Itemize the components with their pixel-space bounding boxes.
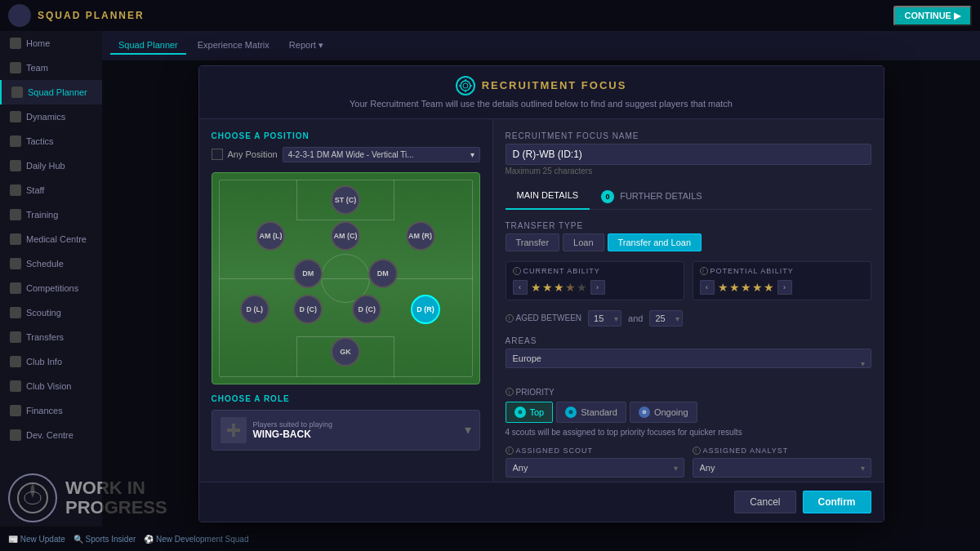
role-subtitle: Players suited to playing — [253, 420, 458, 429]
formation-value: 4-2-3-1 DM AM Wide - Vertical Ti... — [288, 150, 414, 159]
wip-circle — [8, 473, 57, 522]
assigned-scout-label: i ASSIGNED SCOUT — [506, 447, 684, 455]
modal-title-row: RECRUITMENT FOCUS — [456, 76, 627, 96]
analyst-select[interactable]: Any — [693, 458, 871, 478]
priority-btn-standard[interactable]: ⊕ Standard — [556, 402, 626, 423]
name-form-group: RECRUITMENT FOCUS NAME Maximum 25 charac… — [506, 131, 871, 176]
star-2: ★ — [729, 281, 740, 294]
age-min-select[interactable]: 15 16 17 18 — [588, 310, 621, 327]
team-icon — [10, 62, 21, 73]
age-max-select[interactable]: 25 26 27 28 30 — [649, 310, 683, 327]
player-d-cl[interactable]: D (C) — [293, 295, 323, 324]
age-row: i AGED BETWEEN 15 16 17 18 and — [506, 310, 871, 327]
bottom-item-1[interactable]: 📰 New Update — [8, 535, 65, 544]
current-ability-prev[interactable]: ‹ — [513, 280, 528, 295]
player-am-r[interactable]: AM (R) — [406, 221, 435, 251]
scout-select[interactable]: Any — [506, 458, 684, 478]
sidebar-item-home[interactable]: Home — [0, 31, 102, 56]
sidebar-item-tactics[interactable]: Tactics — [0, 129, 102, 153]
areas-select[interactable]: Europe Worldwide South America — [506, 349, 871, 368]
confirm-button[interactable]: Confirm — [803, 491, 871, 513]
sidebar-item-daily-hub[interactable]: Daily Hub — [0, 153, 102, 178]
sidebar-item-medical[interactable]: Medical Centre — [0, 227, 102, 251]
sidebar-item-transfers[interactable]: Transfers — [0, 325, 102, 349]
tab-further-details[interactable]: 0 FURTHER DETAILS — [590, 185, 714, 210]
sidebar-item-dynamics[interactable]: Dynamics — [0, 104, 102, 129]
ongoing-priority-dot: ⊕ — [639, 407, 650, 418]
sidebar-item-club-vision[interactable]: Club Vision — [0, 374, 102, 398]
formation-panel: CHOOSE A POSITION Any Position 4-2-3-1 D… — [199, 119, 493, 482]
football-pitch: ST (C) AM (L) AM (C) AM (R) DM DM D (L) … — [212, 172, 480, 384]
sidebar-label: Medical Centre — [26, 234, 87, 244]
top-bar-right: CONTINUE ▶ — [893, 6, 973, 26]
player-dm-l[interactable]: DM — [293, 259, 323, 288]
player-d-l[interactable]: D (L) — [240, 295, 270, 324]
hub-icon — [10, 160, 21, 171]
info-icon: i — [506, 447, 514, 455]
star-2: ★ — [542, 281, 553, 294]
bottom-bar: 📰 New Update 🔍 Sports Insider ⚽ New Deve… — [0, 527, 980, 551]
any-position-checkbox[interactable] — [212, 149, 223, 160]
formation-dropdown[interactable]: 4-2-3-1 DM AM Wide - Vertical Ti... ▾ — [283, 147, 480, 162]
continue-button[interactable]: CONTINUE ▶ — [893, 6, 973, 26]
sidebar-item-team[interactable]: Team — [0, 56, 102, 80]
name-label: RECRUITMENT FOCUS NAME — [506, 131, 871, 140]
sidebar-item-competitions[interactable]: Competitions — [0, 276, 102, 300]
transfer-btn-loan[interactable]: Loan — [563, 233, 604, 251]
sidebar-label: Finances — [26, 406, 63, 415]
modal-body: CHOOSE A POSITION Any Position 4-2-3-1 D… — [199, 119, 884, 482]
star-4: ★ — [565, 281, 576, 294]
role-selector[interactable]: Players suited to playing WING-BACK ▾ — [212, 410, 480, 451]
schedule-icon — [10, 258, 21, 269]
scouting-icon — [10, 307, 21, 318]
player-gk[interactable]: GK — [331, 337, 360, 367]
tactics-icon — [10, 136, 21, 147]
transfer-btn-transfer[interactable]: Transfer — [506, 233, 560, 251]
sidebar-item-schedule[interactable]: Schedule — [0, 251, 102, 276]
cancel-button[interactable]: Cancel — [734, 491, 795, 513]
transfer-type-group: TRANSFER TYPE Transfer Loan Transfer and… — [506, 221, 871, 251]
bottom-item-2[interactable]: 🔍 Sports Insider — [74, 535, 136, 544]
choose-role-label: CHOOSE A ROLE — [212, 394, 480, 403]
priority-btn-ongoing[interactable]: ⊕ Ongoing — [630, 402, 697, 423]
sidebar-item-squad-planner[interactable]: Squad Planner — [0, 80, 102, 104]
focus-name-input[interactable] — [506, 144, 871, 165]
star-3: ★ — [554, 281, 564, 294]
sidebar-label: Team — [26, 63, 48, 73]
aged-between-label: i AGED BETWEEN — [506, 313, 582, 322]
char-limit: Maximum 25 characters — [506, 167, 871, 176]
subnav-squad-planner[interactable]: Squad Planner — [110, 37, 186, 55]
assigned-analyst-label: i ASSIGNED ANALYST — [693, 447, 871, 455]
subnav-report[interactable]: Report ▾ — [281, 37, 332, 56]
svg-point-1 — [463, 83, 468, 88]
player-st[interactable]: ST (C) — [331, 185, 360, 215]
star-1: ★ — [531, 281, 541, 294]
sidebar-item-scouting[interactable]: Scouting — [0, 300, 102, 325]
devcentre-icon — [10, 429, 21, 441]
modal-title: RECRUITMENT FOCUS — [482, 79, 627, 91]
sidebar-item-training[interactable]: Training — [0, 202, 102, 227]
priority-btn-top[interactable]: ⊕ Top — [506, 402, 554, 423]
sidebar-item-finances[interactable]: Finances — [0, 398, 102, 423]
sidebar-label: Home — [26, 38, 50, 48]
potential-ability-prev[interactable]: ‹ — [700, 280, 715, 295]
player-am-l[interactable]: AM (L) — [256, 221, 285, 251]
subnav-experience-matrix[interactable]: Experience Matrix — [189, 37, 278, 55]
role-icon — [220, 417, 247, 443]
assigned-analyst-group: i ASSIGNED ANALYST Any — [693, 447, 871, 478]
tab-main-details[interactable]: MAIN DETAILS — [506, 185, 590, 210]
priority-label: i PRIORITY — [506, 388, 871, 397]
potential-ability-next[interactable]: › — [777, 280, 792, 295]
player-am-c[interactable]: AM (C) — [331, 221, 360, 251]
star-1: ★ — [718, 281, 728, 294]
bottom-item-3[interactable]: ⚽ New Development Squad — [144, 535, 248, 544]
player-dm-r[interactable]: DM — [368, 259, 398, 288]
recruitment-focus-icon — [456, 76, 475, 96]
sidebar-item-club-info[interactable]: Club Info — [0, 349, 102, 374]
player-d-cr[interactable]: D (C) — [352, 295, 381, 324]
player-d-r[interactable]: D (R) — [411, 295, 440, 324]
current-ability-next[interactable]: › — [590, 280, 605, 295]
sidebar-item-staff[interactable]: Staff — [0, 178, 102, 202]
sidebar-item-dev-centre[interactable]: Dev. Centre — [0, 423, 102, 447]
transfer-btn-transfer-loan[interactable]: Transfer and Loan — [608, 233, 702, 251]
